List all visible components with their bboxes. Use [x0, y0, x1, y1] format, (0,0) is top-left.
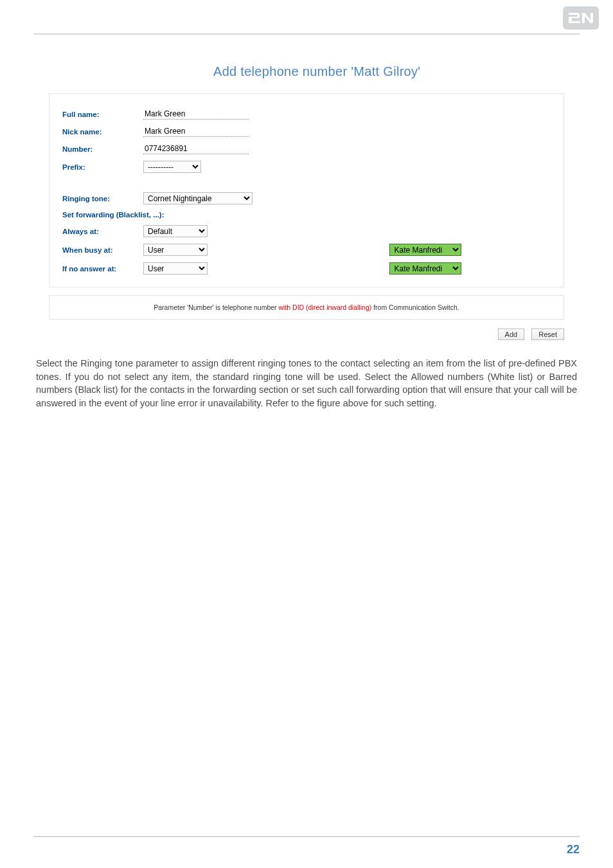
svg-rect-0	[563, 6, 599, 30]
page-title: Add telephone number 'Matt Gilroy'	[213, 64, 580, 79]
prefix-label: Prefix:	[60, 158, 141, 176]
info-text-red: with DID (direct inward dialling)	[279, 303, 372, 311]
forwarding-heading: Set forwarding (Blacklist, ...):	[60, 208, 553, 222]
footer-divider	[33, 836, 580, 837]
info-text-pre: Parameter 'Number' is telephone number	[154, 303, 278, 311]
page-number: 22	[567, 843, 580, 856]
busy-select[interactable]: User	[143, 244, 208, 256]
add-button[interactable]: Add	[498, 329, 525, 340]
nickname-label: Nick name:	[60, 123, 141, 140]
noanswer-select[interactable]: User	[143, 262, 208, 275]
busy-user-select[interactable]: Kate Manfredi	[389, 244, 461, 256]
always-select[interactable]: Default	[143, 225, 208, 237]
body-paragraph: Select the Ringing tone parameter to ass…	[33, 357, 580, 410]
fullname-input[interactable]	[143, 109, 249, 120]
nickname-input[interactable]	[143, 126, 249, 137]
noanswer-user-select[interactable]: Kate Manfredi	[389, 262, 461, 275]
header-divider	[33, 33, 580, 35]
noanswer-label: If no answer at:	[60, 259, 141, 278]
number-input[interactable]	[143, 143, 249, 154]
form-panel: Full name: Nick name: Number: Prefix: --	[49, 93, 564, 287]
fullname-label: Full name:	[60, 105, 141, 123]
reset-button[interactable]: Reset	[531, 329, 564, 340]
number-label: Number:	[60, 140, 141, 158]
ringtone-select[interactable]: Cornet Nightingale	[143, 192, 253, 204]
ringtone-label: Ringing tone:	[60, 189, 141, 208]
brand-logo	[563, 6, 599, 30]
info-panel: Parameter 'Number' is telephone number w…	[49, 295, 564, 320]
always-label: Always at:	[60, 222, 141, 240]
busy-label: When busy at:	[60, 240, 141, 259]
prefix-select[interactable]: ----------	[143, 161, 201, 173]
info-text-post: from Communication Switch.	[371, 303, 459, 311]
